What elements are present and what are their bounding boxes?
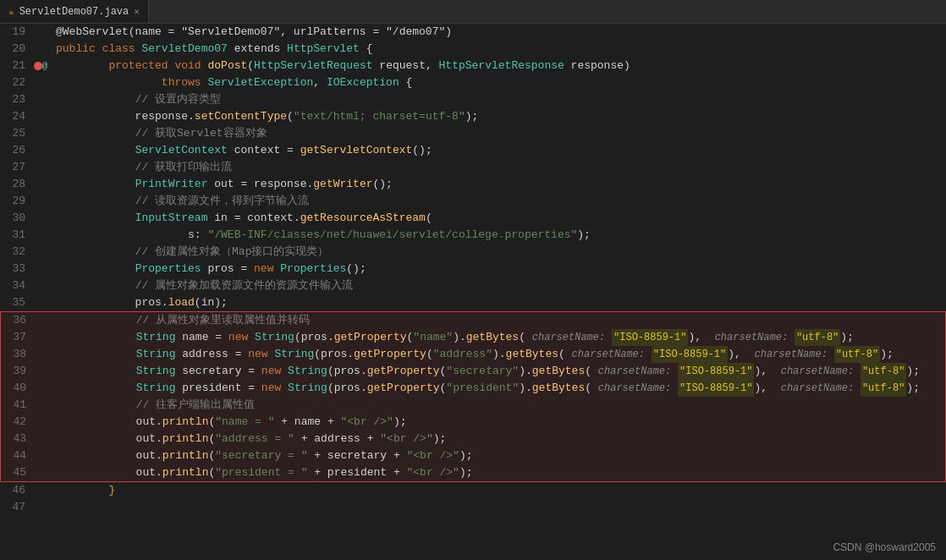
token <box>56 176 135 193</box>
line-gutter-icons <box>32 277 49 294</box>
token: ). <box>519 380 532 397</box>
table-row: 22 throws ServletException, IOException … <box>0 74 946 91</box>
token: pros = <box>201 261 254 277</box>
table-row: 28 PrintWriter out = response.getWriter(… <box>0 176 946 193</box>
line-gutter-icons <box>33 346 50 363</box>
token: "utf-8" <box>861 363 906 380</box>
line-gutter-icons <box>33 431 50 447</box>
code-line: String address = new String(pros.getProp… <box>57 346 945 363</box>
token <box>268 346 275 363</box>
token: ( <box>407 329 414 346</box>
token: // 读取资源文件，得到字节输入流 <box>135 193 309 210</box>
code-line: // 获取Servlet容器对象 <box>56 125 946 142</box>
token: println <box>162 447 209 464</box>
token: getBytes <box>466 329 519 346</box>
code-line: // 从属性对象里读取属性值并转码 <box>57 312 945 329</box>
line-number: 24 <box>0 108 32 125</box>
token <box>281 363 288 380</box>
token <box>57 346 136 363</box>
token: new <box>261 380 281 397</box>
token: ( <box>208 431 215 447</box>
table-row: 23 // 设置内容类型 <box>0 91 946 108</box>
line-gutter-icons <box>32 227 49 244</box>
table-row: 19@WebServlet(name = "ServletDemo07", ur… <box>0 24 946 41</box>
token <box>201 58 208 74</box>
token: String <box>136 329 176 346</box>
token: (pros. <box>327 380 367 397</box>
token: getResourceAsStream <box>300 210 426 227</box>
table-row: 46 } <box>0 482 946 499</box>
token: InputStream <box>135 210 208 227</box>
token: String <box>288 380 327 397</box>
token: String <box>136 380 176 397</box>
line-number: 23 <box>0 91 32 108</box>
token: ServletDemo07 <box>141 41 227 58</box>
token: // 从属性对象里读取属性值并转码 <box>136 312 310 329</box>
token: "utf-8" <box>795 329 840 346</box>
token: protected <box>108 58 168 74</box>
code-line: pros.load(in); <box>56 294 946 311</box>
token: ); <box>459 464 473 481</box>
table-row: 24 response.setContentType("text/html; c… <box>0 108 946 125</box>
line-gutter-icons <box>33 447 50 464</box>
token: getProperty <box>367 380 440 397</box>
token: out = response. <box>207 176 313 193</box>
token: charsetName: <box>598 363 671 380</box>
table-row: 21@ protected void doPost(HttpServletReq… <box>0 58 946 74</box>
token: throws <box>162 74 201 91</box>
close-icon[interactable]: ✕ <box>134 6 140 17</box>
line-number: 20 <box>0 41 32 58</box>
token <box>248 329 255 346</box>
token: ( <box>208 447 215 464</box>
code-line: } <box>56 482 946 499</box>
line-gutter-icons <box>32 261 49 277</box>
line-gutter-icons <box>32 142 49 159</box>
code-line: // 创建属性对象（Map接口的实现类） <box>56 244 946 261</box>
line-number: 31 <box>0 227 32 244</box>
token: ); <box>906 380 920 397</box>
token: (pros. <box>314 346 354 363</box>
table-row: 43 out.println("address = " + address + … <box>0 431 946 447</box>
token <box>828 346 834 363</box>
token: "ISO-8859-1" <box>652 346 728 363</box>
token: { <box>360 41 373 58</box>
line-gutter-icons <box>33 397 50 414</box>
token <box>57 380 136 397</box>
token: getProperty <box>367 363 440 380</box>
line-number: 33 <box>0 261 32 277</box>
token: name = <box>175 329 228 346</box>
token: ), <box>688 329 714 346</box>
token: println <box>162 464 209 481</box>
token: + name + <box>274 414 340 431</box>
line-number: 28 <box>0 176 32 193</box>
code-line: out.println("name = " + name + "<br />")… <box>57 414 945 431</box>
lines-container: 19@WebServlet(name = "ServletDemo07", ur… <box>0 24 946 560</box>
code-line: // 设置内容类型 <box>56 91 946 108</box>
token: charsetName: <box>572 346 645 363</box>
token: response) <box>564 58 630 74</box>
table-row: 39 String secretary = new String(pros.ge… <box>0 363 946 380</box>
code-line: String secretary = new String(pros.getPr… <box>57 363 945 380</box>
token <box>56 159 135 176</box>
token: // 获取打印输出流 <box>135 159 232 176</box>
token: ). <box>492 346 506 363</box>
token: ). <box>453 329 466 346</box>
line-gutter-icons <box>33 464 50 481</box>
code-line: protected void doPost(HttpServletRequest… <box>56 58 946 74</box>
token <box>168 58 175 74</box>
line-gutter-icons <box>32 244 49 261</box>
token: "ISO-8859-1" <box>678 363 754 380</box>
code-line: PrintWriter out = response.getWriter(); <box>56 176 946 193</box>
token: out. <box>57 447 162 464</box>
token: ( <box>440 380 447 397</box>
token: // 获取Servlet容器对象 <box>135 125 267 142</box>
tab-label: ServletDemo07.java <box>19 6 129 18</box>
token: charsetName: <box>532 329 605 346</box>
table-row: 20public class ServletDemo07 extends Htt… <box>0 41 946 58</box>
token: charsetName: <box>754 346 827 363</box>
token: ( <box>287 108 294 125</box>
token: "address = " <box>215 431 294 447</box>
line-number: 36 <box>1 312 33 329</box>
token: new <box>261 363 281 380</box>
tab-servlet-demo07[interactable]: ☕ ServletDemo07.java ✕ <box>0 0 149 23</box>
